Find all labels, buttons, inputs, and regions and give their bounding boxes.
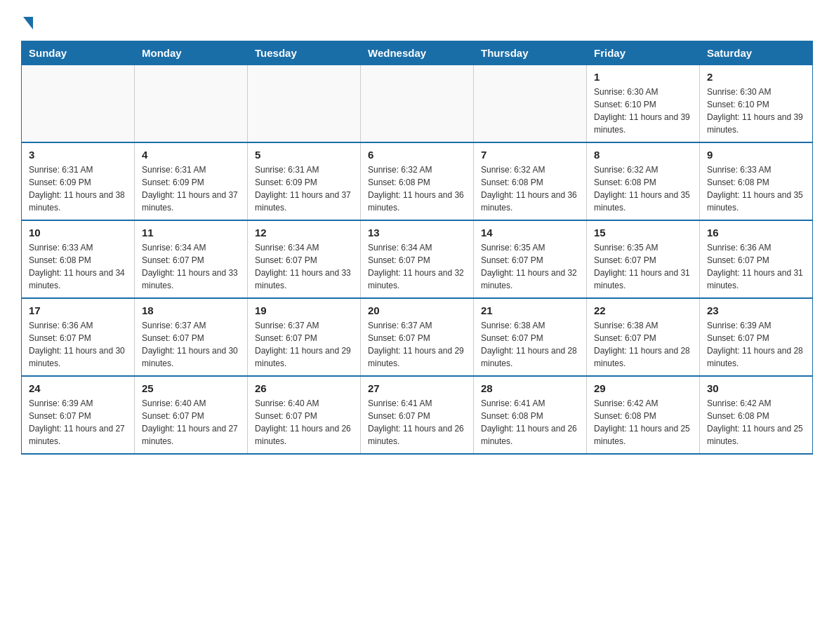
calendar-cell: 12Sunrise: 6:34 AMSunset: 6:07 PMDayligh…	[248, 220, 361, 298]
calendar-cell: 1Sunrise: 6:30 AMSunset: 6:10 PMDaylight…	[587, 65, 700, 143]
day-info: Sunrise: 6:33 AMSunset: 6:08 PMDaylight:…	[29, 241, 127, 292]
day-number: 27	[368, 382, 466, 394]
day-number: 3	[29, 149, 127, 161]
day-number: 17	[29, 304, 127, 316]
day-info: Sunrise: 6:36 AMSunset: 6:07 PMDaylight:…	[707, 241, 805, 292]
day-info: Sunrise: 6:41 AMSunset: 6:08 PMDaylight:…	[481, 397, 579, 448]
calendar-cell	[474, 65, 587, 143]
calendar-week-row: 10Sunrise: 6:33 AMSunset: 6:08 PMDayligh…	[22, 220, 813, 298]
weekday-header-sunday: Sunday	[22, 41, 135, 65]
day-number: 23	[707, 304, 805, 316]
calendar-cell: 6Sunrise: 6:32 AMSunset: 6:08 PMDaylight…	[361, 142, 474, 220]
calendar-cell: 25Sunrise: 6:40 AMSunset: 6:07 PMDayligh…	[135, 376, 248, 454]
calendar-cell: 8Sunrise: 6:32 AMSunset: 6:08 PMDaylight…	[587, 142, 700, 220]
calendar-cell: 17Sunrise: 6:36 AMSunset: 6:07 PMDayligh…	[22, 298, 135, 376]
calendar-cell: 19Sunrise: 6:37 AMSunset: 6:07 PMDayligh…	[248, 298, 361, 376]
day-info: Sunrise: 6:32 AMSunset: 6:08 PMDaylight:…	[368, 163, 466, 214]
calendar-cell: 5Sunrise: 6:31 AMSunset: 6:09 PMDaylight…	[248, 142, 361, 220]
calendar-table: SundayMondayTuesdayWednesdayThursdayFrid…	[21, 41, 813, 455]
day-info: Sunrise: 6:37 AMSunset: 6:07 PMDaylight:…	[255, 319, 353, 370]
calendar-cell	[248, 65, 361, 143]
day-number: 24	[29, 382, 127, 394]
day-number: 1	[594, 71, 692, 83]
calendar-cell: 26Sunrise: 6:40 AMSunset: 6:07 PMDayligh…	[248, 376, 361, 454]
logo	[21, 14, 33, 29]
day-number: 22	[594, 304, 692, 316]
day-number: 8	[594, 149, 692, 161]
day-info: Sunrise: 6:31 AMSunset: 6:09 PMDaylight:…	[255, 163, 353, 214]
calendar-cell: 7Sunrise: 6:32 AMSunset: 6:08 PMDaylight…	[474, 142, 587, 220]
calendar-cell: 15Sunrise: 6:35 AMSunset: 6:07 PMDayligh…	[587, 220, 700, 298]
calendar-cell: 11Sunrise: 6:34 AMSunset: 6:07 PMDayligh…	[135, 220, 248, 298]
day-info: Sunrise: 6:37 AMSunset: 6:07 PMDaylight:…	[368, 319, 466, 370]
day-info: Sunrise: 6:38 AMSunset: 6:07 PMDaylight:…	[481, 319, 579, 370]
day-info: Sunrise: 6:32 AMSunset: 6:08 PMDaylight:…	[594, 163, 692, 214]
logo-arrow-icon	[23, 17, 33, 29]
day-number: 10	[29, 227, 127, 239]
calendar-week-row: 24Sunrise: 6:39 AMSunset: 6:07 PMDayligh…	[22, 376, 813, 454]
day-info: Sunrise: 6:42 AMSunset: 6:08 PMDaylight:…	[594, 397, 692, 448]
day-info: Sunrise: 6:31 AMSunset: 6:09 PMDaylight:…	[29, 163, 127, 214]
calendar-cell: 14Sunrise: 6:35 AMSunset: 6:07 PMDayligh…	[474, 220, 587, 298]
calendar-cell: 20Sunrise: 6:37 AMSunset: 6:07 PMDayligh…	[361, 298, 474, 376]
weekday-header-wednesday: Wednesday	[361, 41, 474, 65]
day-info: Sunrise: 6:39 AMSunset: 6:07 PMDaylight:…	[29, 397, 127, 448]
day-info: Sunrise: 6:40 AMSunset: 6:07 PMDaylight:…	[255, 397, 353, 448]
day-number: 21	[481, 304, 579, 316]
page-header	[21, 14, 813, 29]
day-number: 2	[707, 71, 805, 83]
calendar-cell: 30Sunrise: 6:42 AMSunset: 6:08 PMDayligh…	[700, 376, 813, 454]
calendar-cell: 24Sunrise: 6:39 AMSunset: 6:07 PMDayligh…	[22, 376, 135, 454]
day-info: Sunrise: 6:38 AMSunset: 6:07 PMDaylight:…	[594, 319, 692, 370]
calendar-cell	[135, 65, 248, 143]
day-info: Sunrise: 6:42 AMSunset: 6:08 PMDaylight:…	[707, 397, 805, 448]
day-number: 18	[142, 304, 240, 316]
day-info: Sunrise: 6:35 AMSunset: 6:07 PMDaylight:…	[481, 241, 579, 292]
calendar-cell: 22Sunrise: 6:38 AMSunset: 6:07 PMDayligh…	[587, 298, 700, 376]
weekday-header-friday: Friday	[587, 41, 700, 65]
day-number: 20	[368, 304, 466, 316]
calendar-cell: 18Sunrise: 6:37 AMSunset: 6:07 PMDayligh…	[135, 298, 248, 376]
day-number: 12	[255, 227, 353, 239]
calendar-cell: 27Sunrise: 6:41 AMSunset: 6:07 PMDayligh…	[361, 376, 474, 454]
calendar-week-row: 1Sunrise: 6:30 AMSunset: 6:10 PMDaylight…	[22, 65, 813, 143]
day-number: 14	[481, 227, 579, 239]
day-info: Sunrise: 6:34 AMSunset: 6:07 PMDaylight:…	[368, 241, 466, 292]
day-number: 7	[481, 149, 579, 161]
day-number: 25	[142, 382, 240, 394]
calendar-cell: 10Sunrise: 6:33 AMSunset: 6:08 PMDayligh…	[22, 220, 135, 298]
weekday-header-monday: Monday	[135, 41, 248, 65]
day-info: Sunrise: 6:37 AMSunset: 6:07 PMDaylight:…	[142, 319, 240, 370]
day-info: Sunrise: 6:41 AMSunset: 6:07 PMDaylight:…	[368, 397, 466, 448]
day-info: Sunrise: 6:40 AMSunset: 6:07 PMDaylight:…	[142, 397, 240, 448]
calendar-cell	[22, 65, 135, 143]
day-number: 4	[142, 149, 240, 161]
calendar-cell: 13Sunrise: 6:34 AMSunset: 6:07 PMDayligh…	[361, 220, 474, 298]
calendar-cell: 3Sunrise: 6:31 AMSunset: 6:09 PMDaylight…	[22, 142, 135, 220]
calendar-cell	[361, 65, 474, 143]
day-info: Sunrise: 6:32 AMSunset: 6:08 PMDaylight:…	[481, 163, 579, 214]
day-number: 6	[368, 149, 466, 161]
day-number: 28	[481, 382, 579, 394]
day-number: 13	[368, 227, 466, 239]
calendar-week-row: 3Sunrise: 6:31 AMSunset: 6:09 PMDaylight…	[22, 142, 813, 220]
day-number: 19	[255, 304, 353, 316]
day-info: Sunrise: 6:30 AMSunset: 6:10 PMDaylight:…	[594, 86, 692, 136]
calendar-cell: 16Sunrise: 6:36 AMSunset: 6:07 PMDayligh…	[700, 220, 813, 298]
weekday-header-row: SundayMondayTuesdayWednesdayThursdayFrid…	[22, 41, 813, 65]
day-info: Sunrise: 6:31 AMSunset: 6:09 PMDaylight:…	[142, 163, 240, 214]
day-number: 29	[594, 382, 692, 394]
day-number: 30	[707, 382, 805, 394]
day-info: Sunrise: 6:34 AMSunset: 6:07 PMDaylight:…	[142, 241, 240, 292]
day-number: 9	[707, 149, 805, 161]
calendar-cell: 9Sunrise: 6:33 AMSunset: 6:08 PMDaylight…	[700, 142, 813, 220]
day-number: 11	[142, 227, 240, 239]
day-info: Sunrise: 6:33 AMSunset: 6:08 PMDaylight:…	[707, 163, 805, 214]
weekday-header-saturday: Saturday	[700, 41, 813, 65]
calendar-cell: 2Sunrise: 6:30 AMSunset: 6:10 PMDaylight…	[700, 65, 813, 143]
calendar-cell: 4Sunrise: 6:31 AMSunset: 6:09 PMDaylight…	[135, 142, 248, 220]
calendar-cell: 23Sunrise: 6:39 AMSunset: 6:07 PMDayligh…	[700, 298, 813, 376]
calendar-cell: 28Sunrise: 6:41 AMSunset: 6:08 PMDayligh…	[474, 376, 587, 454]
day-number: 5	[255, 149, 353, 161]
day-info: Sunrise: 6:39 AMSunset: 6:07 PMDaylight:…	[707, 319, 805, 370]
